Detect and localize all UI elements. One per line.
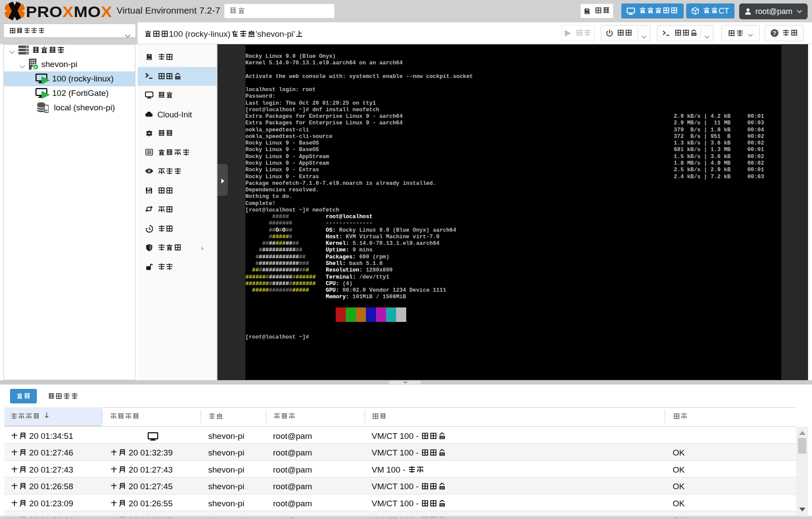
svg-text:?: ? (773, 30, 776, 36)
